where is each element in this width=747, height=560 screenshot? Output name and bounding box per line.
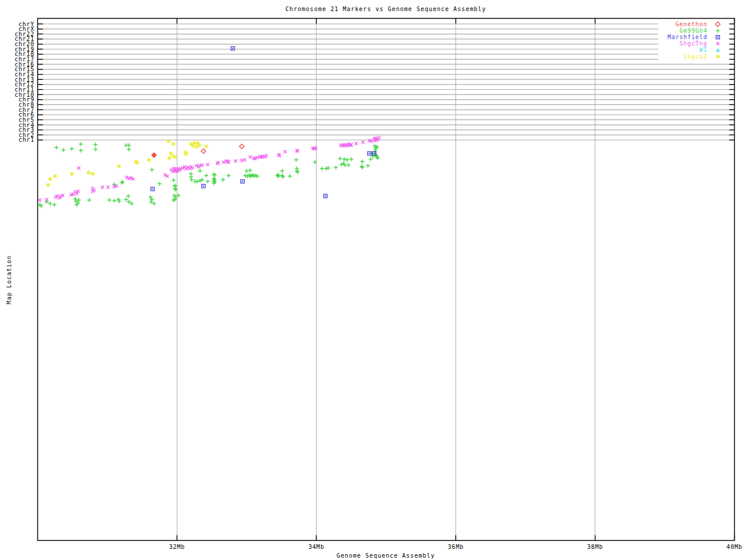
- marker-point: [172, 142, 176, 146]
- marker-point: [366, 164, 370, 168]
- chart-canvas: Chromosome 21 Markers vs Genome Sequence…: [0, 0, 747, 560]
- marker-point-dot: [203, 186, 204, 187]
- x-tick-label: 32Mb: [169, 544, 185, 550]
- marker-point: [198, 169, 202, 173]
- marker-point: [79, 142, 83, 146]
- marker-point: [280, 169, 284, 173]
- marker-point: [61, 148, 65, 152]
- legend-label-Gm99Gb4: Gm99Gb4: [679, 27, 707, 34]
- marker-point: [205, 180, 210, 184]
- marker-point: [135, 161, 139, 165]
- marker-point: [190, 178, 194, 182]
- marker-point: [243, 174, 247, 178]
- marker-point: [349, 158, 353, 162]
- marker-point: [93, 188, 96, 191]
- marker-point: [106, 186, 109, 188]
- marker-point: [226, 174, 231, 178]
- marker-point: [79, 149, 83, 153]
- marker-point: [288, 174, 292, 178]
- marker-point: [191, 166, 194, 169]
- y-tick-label: chr1: [19, 136, 34, 143]
- marker-point: [345, 158, 349, 162]
- marker-point: [243, 158, 246, 161]
- marker-point: [184, 152, 188, 156]
- marker-point: [93, 143, 97, 147]
- marker-point: [48, 202, 52, 206]
- marker-point: [234, 159, 237, 162]
- marker-point-dot: [374, 153, 375, 154]
- marker-point: [53, 203, 57, 207]
- marker-point: [195, 180, 199, 184]
- marker-point: [87, 198, 91, 202]
- marker-point: [197, 144, 201, 148]
- marker-point: [221, 178, 225, 182]
- marker-point: [126, 194, 130, 198]
- marker-point: [204, 145, 208, 149]
- marker-point-dot: [717, 37, 718, 38]
- legend-label-Marshfield: Marshfield: [668, 34, 707, 40]
- marker-point: [127, 144, 131, 148]
- marker-point: [70, 172, 74, 176]
- marker-point: [338, 157, 342, 161]
- marker-point: [90, 172, 95, 176]
- marker-point: [212, 173, 217, 177]
- marker-point: [166, 139, 170, 144]
- marker-point: [201, 149, 206, 153]
- marker-point: [204, 174, 208, 178]
- marker-point: [101, 186, 104, 188]
- marker-point: [77, 166, 80, 169]
- marker-point: [127, 148, 131, 152]
- marker-point-dot: [152, 188, 153, 190]
- marker-point: [342, 158, 346, 162]
- x-tick-label: 38Mb: [587, 544, 603, 550]
- marker-point: [206, 163, 209, 166]
- marker-point: [264, 154, 267, 157]
- marker-point: [117, 164, 121, 169]
- marker-point: [716, 55, 720, 59]
- marker-point-dot: [232, 48, 233, 49]
- marker-point: [46, 183, 50, 187]
- marker-point: [334, 166, 338, 170]
- marker-point: [320, 167, 324, 171]
- marker-point: [121, 180, 125, 184]
- marker-point: [54, 146, 58, 150]
- x-tick-label: 36Mb: [448, 544, 463, 550]
- marker-point: [354, 142, 357, 145]
- marker-point: [120, 181, 124, 185]
- marker-point: [378, 136, 381, 139]
- marker-point: [86, 171, 90, 175]
- marker-point: [158, 182, 162, 186]
- marker-point: [53, 174, 57, 178]
- marker-point: [73, 197, 77, 201]
- marker-point: [361, 141, 364, 144]
- marker-point: [249, 155, 252, 158]
- marker-point: [112, 199, 116, 203]
- legend-label-ShgcTng: ShgcTng: [679, 40, 707, 47]
- marker-point: [240, 159, 243, 162]
- marker-point: [369, 158, 373, 162]
- plot-svg: chrYchrXchr22chr21chr20chr19chr18chr17ch…: [0, 0, 747, 560]
- marker-point: [360, 160, 364, 164]
- marker-point-dot: [369, 153, 370, 154]
- marker-point: [93, 148, 97, 152]
- marker-point: [294, 158, 298, 162]
- legend-label-WI: WI: [699, 47, 707, 53]
- marker-point: [173, 155, 177, 159]
- marker-point: [70, 147, 74, 151]
- marker-point: [38, 198, 41, 201]
- marker-point: [326, 166, 330, 170]
- marker-point: [278, 154, 281, 157]
- x-tick-label: 40Mb: [727, 544, 742, 550]
- legend-label-ShgcG3: ShgcG3: [683, 54, 707, 60]
- marker-point: [167, 156, 172, 160]
- marker-point: [150, 168, 154, 172]
- x-tick-label: 34Mb: [308, 544, 324, 550]
- marker-point: [193, 141, 197, 145]
- marker-point-dot: [242, 181, 243, 182]
- marker-point: [147, 158, 151, 162]
- marker-point: [172, 178, 176, 183]
- marker-point: [245, 169, 249, 173]
- marker-point: [107, 198, 111, 202]
- marker-point-dot: [325, 195, 326, 197]
- plot-border: [38, 19, 735, 541]
